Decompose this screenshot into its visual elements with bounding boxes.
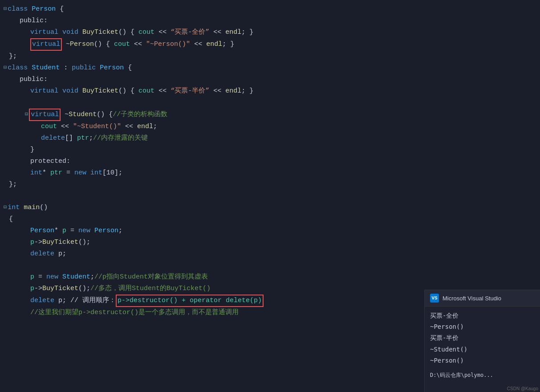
token: Person — [30, 226, 54, 236]
token: "~Student()" — [73, 121, 121, 132]
token: class — [8, 4, 28, 15]
token: virtual — [30, 27, 58, 38]
token — [58, 86, 62, 97]
token: public — [20, 16, 44, 26]
code-line: public: — [0, 15, 540, 27]
token: ; — [118, 226, 122, 236]
token: int — [30, 168, 42, 178]
token: * — [42, 168, 50, 178]
output-line: 买票-半价 — [430, 332, 535, 344]
collapse-icon[interactable]: ⊟ — [4, 5, 7, 13]
token: ~ — [61, 109, 69, 120]
token: }; — [9, 51, 17, 62]
code-line: cout << "~Student()" << endl; — [0, 121, 540, 133]
token: //内存泄露的关键 — [93, 133, 148, 144]
token: [10]; — [102, 168, 122, 178]
token: p — [30, 272, 34, 283]
token: BuyTicket — [42, 283, 78, 294]
token: ; — [89, 133, 93, 144]
token: “买票-全价” — [171, 27, 209, 38]
token: : — [60, 63, 72, 73]
code-line: p = new Student;//p指向Student对象位置得到其虚表 — [0, 271, 540, 283]
token: class — [8, 63, 28, 73]
token: << — [209, 27, 225, 38]
code-line: protected: — [0, 156, 540, 167]
token: BuyTicket — [82, 86, 118, 97]
code-line: Person* p = new Person; — [0, 225, 540, 237]
token — [58, 272, 62, 283]
token: { — [126, 86, 138, 97]
token — [58, 27, 62, 38]
token: public — [20, 74, 44, 85]
code-line — [0, 190, 540, 202]
token: new — [78, 226, 90, 236]
token: ; } — [222, 39, 234, 50]
token: Person — [32, 4, 56, 15]
output-line: ~Person() — [430, 355, 535, 366]
output-content: 买票-全价~Person()买票-半价~Student()~Person() — [425, 307, 540, 370]
output-line: ~Student() — [430, 344, 535, 355]
token: { — [9, 214, 13, 225]
token: Student — [32, 63, 60, 73]
code-line: }; — [0, 179, 540, 190]
collapse-icon[interactable]: ⊟ — [4, 64, 7, 72]
token: [] — [65, 133, 77, 144]
token: p — [62, 226, 66, 236]
token: (); — [78, 237, 90, 248]
token: * — [54, 226, 62, 236]
code-line: ⊟class Student : public Person { — [0, 62, 540, 74]
code-line: int* ptr = new int[10]; — [0, 167, 540, 179]
token — [86, 168, 90, 178]
token — [78, 86, 82, 97]
collapse-icon[interactable]: ⊟ — [4, 203, 7, 212]
code-line: }; — [0, 51, 540, 62]
token: void — [62, 86, 78, 97]
token: endl — [225, 27, 241, 38]
token: new — [46, 272, 58, 283]
token: ptr — [50, 168, 62, 178]
token: p — [30, 283, 34, 294]
token: << — [154, 86, 171, 97]
token: = — [34, 272, 46, 283]
token: public — [72, 63, 96, 73]
highlighted-keyword: virtual — [30, 38, 62, 51]
code-line: public: — [0, 74, 540, 85]
code-line: virtual void BuyTicket() { cout << “买票-全… — [0, 27, 540, 38]
token: virtual — [30, 86, 58, 97]
token: () — [118, 86, 126, 97]
token: "~Person()" — [146, 39, 190, 50]
token: p — [30, 237, 34, 248]
token: //多态，调用Student的BuyTicket() — [90, 283, 211, 294]
token: Person — [94, 226, 118, 236]
code-line: } — [0, 144, 540, 156]
token: }; — [9, 179, 17, 190]
token — [78, 27, 82, 38]
code-line: ⊟int main() — [0, 202, 540, 214]
token: ~ — [62, 39, 70, 50]
highlighted-keyword: virtual — [29, 109, 61, 121]
token: main — [24, 202, 40, 213]
token: delete — [30, 295, 54, 306]
collapse-icon[interactable]: ⊟ — [25, 110, 28, 119]
token: = — [62, 168, 74, 178]
output-panel: VS Microsoft Visual Studio 买票-全价~Person(… — [424, 290, 540, 392]
token: int — [90, 168, 102, 178]
output-line: ~Person() — [430, 321, 535, 332]
token: << — [130, 39, 146, 50]
token: ; } — [241, 27, 253, 38]
token: << — [57, 121, 73, 132]
token: Student — [62, 272, 90, 283]
token: () — [118, 27, 126, 38]
token: int — [8, 202, 20, 213]
token: void — [62, 27, 78, 38]
output-header: VS Microsoft Visual Studio — [425, 290, 540, 307]
output-line: 买票-全价 — [430, 310, 535, 321]
token: //子类的析构函数 — [113, 109, 167, 120]
code-line: virtual void BuyTicket() { cout << “买票-半… — [0, 85, 540, 97]
token: ; — [153, 121, 157, 132]
code-line: p->BuyTicket(); — [0, 237, 540, 248]
token: { — [56, 4, 64, 15]
token: << — [154, 27, 171, 38]
token: = — [66, 226, 78, 236]
csdn-badge: CSDN @Kaugo — [507, 386, 538, 391]
